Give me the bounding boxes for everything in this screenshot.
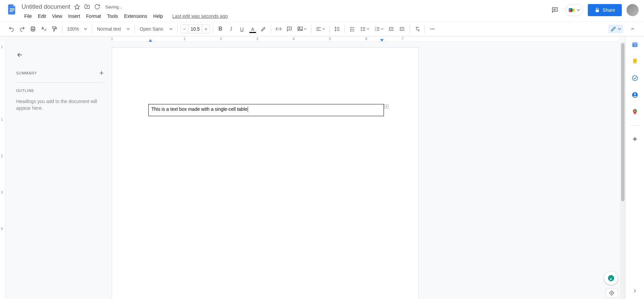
checklist-button[interactable]	[348, 24, 357, 34]
redo-button[interactable]	[17, 24, 27, 34]
explore-fab[interactable]	[604, 271, 618, 285]
right-indent-marker[interactable]	[380, 39, 384, 42]
document-page[interactable]: ▾ This is a text box made with a single-…	[112, 47, 419, 299]
align-button[interactable]	[314, 24, 327, 34]
paragraph-style-select[interactable]: Normal text	[95, 24, 132, 34]
text-color-button[interactable]: A	[248, 24, 257, 34]
close-outline-button[interactable]	[16, 51, 26, 61]
svg-point-28	[632, 76, 637, 81]
menu-tools[interactable]: Tools	[104, 12, 121, 20]
document-area[interactable]: ▾ This is a text box made with a single-…	[111, 42, 625, 299]
menu-file[interactable]: File	[22, 12, 35, 20]
toolbar: 100% Normal text Open Sans − 10.5 + B I …	[0, 22, 644, 36]
horizontal-ruler[interactable]: 1 1 2 3 4 5 6 7	[111, 36, 618, 42]
tasks-app-icon[interactable]	[632, 75, 638, 81]
bold-button[interactable]: B	[216, 24, 225, 34]
svg-rect-2	[10, 11, 13, 12]
comment-history-button[interactable]	[549, 4, 561, 16]
star-icon[interactable]	[74, 3, 80, 10]
cloud-sync-icon	[94, 3, 101, 10]
italic-button[interactable]: I	[226, 24, 236, 34]
clear-formatting-button[interactable]	[413, 24, 422, 34]
svg-rect-16	[363, 29, 365, 29]
outline-panel: SUMMARY + OUTLINE Headings you add to th…	[5, 42, 111, 299]
caret-down-icon	[169, 27, 173, 31]
ruler-tick: 4	[1, 227, 3, 231]
caret-down-icon	[304, 28, 307, 30]
caret-down-icon	[577, 8, 580, 12]
vertical-ruler[interactable]: 1 1 2 3 4	[0, 42, 5, 299]
svg-point-13	[361, 29, 362, 30]
svg-point-22	[432, 29, 433, 30]
workspace: 1 1 2 3 4 5 6 7 1 1 2 3 4 SUMMARY + OUTL…	[0, 36, 625, 299]
account-avatar[interactable]	[627, 4, 639, 16]
spellcheck-button[interactable]	[39, 24, 48, 34]
bulleted-list-button[interactable]	[358, 24, 371, 34]
svg-point-12	[361, 27, 362, 28]
insert-link-button[interactable]	[274, 24, 283, 34]
text-cursor	[248, 107, 248, 112]
calendar-app-icon[interactable]: 31	[632, 41, 638, 48]
caret-down-icon	[322, 28, 325, 30]
more-tools-button[interactable]	[428, 24, 437, 34]
hide-side-panel-button[interactable]	[630, 286, 640, 296]
insert-image-button[interactable]	[295, 24, 308, 34]
svg-rect-27	[634, 62, 636, 63]
left-indent-marker[interactable]	[149, 39, 152, 42]
vertical-scrollbar[interactable]	[620, 42, 625, 299]
ruler-tick: 1	[184, 37, 186, 41]
docs-logo[interactable]	[5, 3, 19, 16]
editing-mode-button[interactable]	[608, 25, 623, 33]
font-size-decrease-button[interactable]: −	[180, 25, 188, 33]
keep-app-icon[interactable]	[632, 58, 638, 65]
line-spacing-button[interactable]	[332, 24, 342, 34]
svg-text:3: 3	[375, 29, 376, 31]
caret-down-icon	[618, 27, 621, 31]
scrollbar-thumb[interactable]	[621, 43, 624, 201]
contacts-app-icon[interactable]	[632, 92, 638, 98]
font-size-input[interactable]: 10.5	[188, 25, 202, 33]
table-options-handle[interactable]: ▾	[384, 104, 388, 108]
svg-rect-17	[363, 30, 365, 31]
share-button[interactable]: Share	[588, 4, 622, 16]
paint-format-button[interactable]	[50, 24, 59, 34]
ruler-tick: 7	[402, 37, 404, 41]
single-cell-table[interactable]: ▾ This is a text box made with a single-…	[148, 104, 384, 116]
svg-rect-1	[10, 10, 14, 10]
print-button[interactable]	[28, 24, 38, 34]
show-live-edits-button[interactable]	[606, 288, 618, 298]
svg-rect-5	[569, 10, 571, 12]
add-summary-button[interactable]: +	[99, 69, 104, 77]
meet-button[interactable]	[566, 4, 583, 16]
last-edit-link[interactable]: Last edit was seconds ago	[170, 12, 230, 20]
menu-view[interactable]: View	[49, 12, 65, 20]
get-addons-button[interactable]	[632, 136, 638, 142]
menu-extensions[interactable]: Extensions	[121, 12, 150, 20]
undo-button[interactable]	[7, 24, 16, 34]
maps-app-icon[interactable]	[632, 108, 638, 115]
document-title[interactable]: Untitled document	[22, 3, 70, 10]
summary-heading: SUMMARY	[16, 71, 37, 75]
indent-decrease-button[interactable]	[387, 24, 396, 34]
highlight-button[interactable]	[259, 24, 268, 34]
menu-help[interactable]: Help	[150, 12, 166, 20]
font-family-select[interactable]: Open Sans	[138, 24, 175, 34]
zoom-select[interactable]: 100%	[65, 24, 89, 34]
menu-edit[interactable]: Edit	[35, 12, 49, 20]
ruler-tick: 6	[365, 37, 367, 41]
ruler-tick: 3	[256, 37, 258, 41]
ruler-tick: 4	[293, 37, 295, 41]
underline-button[interactable]: U	[237, 24, 247, 34]
numbered-list-button[interactable]: 123	[372, 24, 385, 34]
table-cell[interactable]: This is a text box made with a single-ce…	[149, 104, 384, 116]
svg-point-30	[634, 93, 636, 95]
menu-format[interactable]: Format	[83, 12, 104, 20]
font-size-increase-button[interactable]: +	[202, 25, 210, 33]
diamond-plus-icon	[609, 290, 615, 296]
ruler-tick: 2	[220, 37, 222, 41]
indent-increase-button[interactable]	[397, 24, 407, 34]
move-icon[interactable]	[84, 3, 91, 10]
insert-comment-button[interactable]	[285, 24, 294, 34]
hide-menus-button[interactable]	[628, 24, 637, 34]
menu-insert[interactable]: Insert	[66, 12, 83, 20]
